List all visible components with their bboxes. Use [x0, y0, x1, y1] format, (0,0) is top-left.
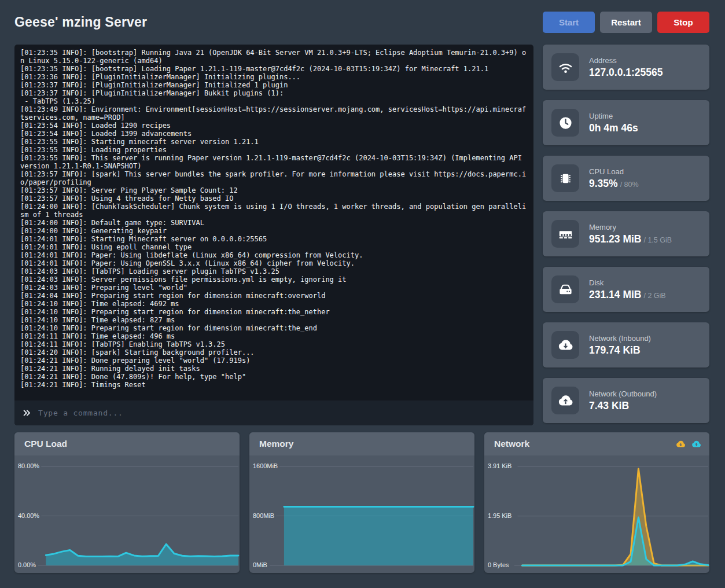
network-inbound-line [522, 469, 708, 565]
stat-label: Network (Inbound) [589, 334, 651, 343]
chart-plot: 3.91 KiB1.95 KiB0 Bytes [484, 455, 709, 573]
charts-row: CPU Load 80.00%40.00%0.00% Memory 1600Mi… [14, 432, 709, 573]
command-input[interactable] [38, 409, 526, 417]
network-outbound-line [522, 517, 708, 565]
cloud-upload-icon [551, 387, 579, 414]
stat-value: 231.14 MiB/ 2 GiB [589, 289, 666, 301]
stat-card-network-outbound: Network (Outbound)7.43 KiB [543, 378, 709, 423]
cpu-load-chart: CPU Load 80.00%40.00%0.00% [14, 432, 240, 573]
stat-card-uptime: Uptime0h 4m 46s [543, 100, 709, 145]
stat-limit: / 2 GiB [643, 292, 665, 300]
stat-label: Uptime [589, 112, 638, 120]
network-chart: Network 3.91 KiB1.95 KiB0 Bytes [484, 432, 709, 573]
stat-card-network-inbound: Network (Inbound)179.74 KiB [543, 322, 709, 368]
network-inbound-area [522, 469, 708, 565]
chart-title: Memory [259, 439, 466, 449]
memory-chart: Memory 1600MiB800MiB0MiB [249, 432, 474, 573]
clock-icon [551, 109, 579, 137]
stat-limit: / 1.5 GiB [643, 236, 672, 244]
stat-card-memory: Memory951.23 MiB/ 1.5 GiB [543, 211, 709, 256]
stat-value: 7.43 KiB [589, 400, 657, 412]
wifi-icon [551, 53, 579, 81]
power-actions: Start Restart Stop [543, 12, 709, 33]
page-title: Geese' mzing Server [14, 14, 147, 30]
stat-label: Network (Outbound) [589, 389, 657, 398]
memory-icon [551, 220, 579, 248]
stat-card-cpu-load: CPU Load9.35%/ 80% [543, 156, 709, 201]
cpu-load-area [46, 544, 238, 565]
topbar: Geese' mzing Server Start Restart Stop [14, 0, 709, 45]
y-tick-label: 1.95 KiB [488, 512, 511, 519]
server-panel-page: Geese' mzing Server Start Restart Stop [… [0, 0, 725, 573]
memory-used-area [284, 507, 473, 566]
y-tick-label: 0.00% [18, 561, 36, 568]
console: [01:23:35 INFO]: [bootstrap] Running Jav… [14, 45, 533, 425]
stat-value: 9.35%/ 80% [589, 178, 639, 190]
stat-value: 127.0.0.1:25565 [589, 67, 663, 79]
y-tick-label: 1600MiB [253, 462, 278, 469]
stat-value: 179.74 KiB [589, 344, 651, 357]
main-row: [01:23:35 INFO]: [bootstrap] Running Jav… [14, 45, 709, 425]
chart-title: CPU Load [24, 439, 231, 449]
chart-plot: 1600MiB800MiB0MiB [249, 455, 474, 573]
y-tick-label: 3.91 KiB [488, 462, 511, 469]
stat-value: 0h 4m 46s [589, 122, 638, 134]
console-log[interactable]: [01:23:35 INFO]: [bootstrap] Running Jav… [14, 45, 533, 400]
disk-icon [551, 275, 579, 303]
cloud-upload-icon [691, 439, 701, 449]
chart-title: Network [494, 439, 676, 449]
stat-label: Address [589, 56, 663, 65]
restart-button[interactable]: Restart [600, 12, 652, 33]
start-button[interactable]: Start [543, 12, 595, 33]
network-outbound-area [522, 517, 708, 565]
stat-card-disk: Disk231.14 MiB/ 2 GiB [543, 267, 709, 312]
chart-plot: 80.00%40.00%0.00% [14, 455, 240, 573]
stat-label: Disk [589, 278, 666, 287]
stat-card-address: Address127.0.0.1:25565 [543, 45, 709, 90]
chart-legend [676, 439, 701, 449]
command-bar [14, 400, 533, 425]
stat-value: 951.23 MiB/ 1.5 GiB [589, 233, 672, 245]
microchip-icon [551, 164, 579, 192]
y-tick-label: 0 Bytes [488, 561, 509, 568]
cloud-download-icon [676, 439, 686, 449]
stat-label: CPU Load [589, 167, 639, 176]
stats-column: Address127.0.0.1:25565Uptime0h 4m 46sCPU… [543, 45, 709, 425]
angles-right-icon [22, 409, 32, 417]
y-tick-label: 80.00% [18, 462, 39, 469]
y-tick-label: 800MiB [253, 512, 274, 519]
y-tick-label: 40.00% [18, 512, 39, 519]
stop-button[interactable]: Stop [657, 12, 709, 33]
stat-limit: / 80% [620, 181, 639, 189]
stat-label: Memory [589, 223, 672, 231]
y-tick-label: 0MiB [253, 561, 267, 568]
cloud-download-icon [551, 331, 579, 359]
